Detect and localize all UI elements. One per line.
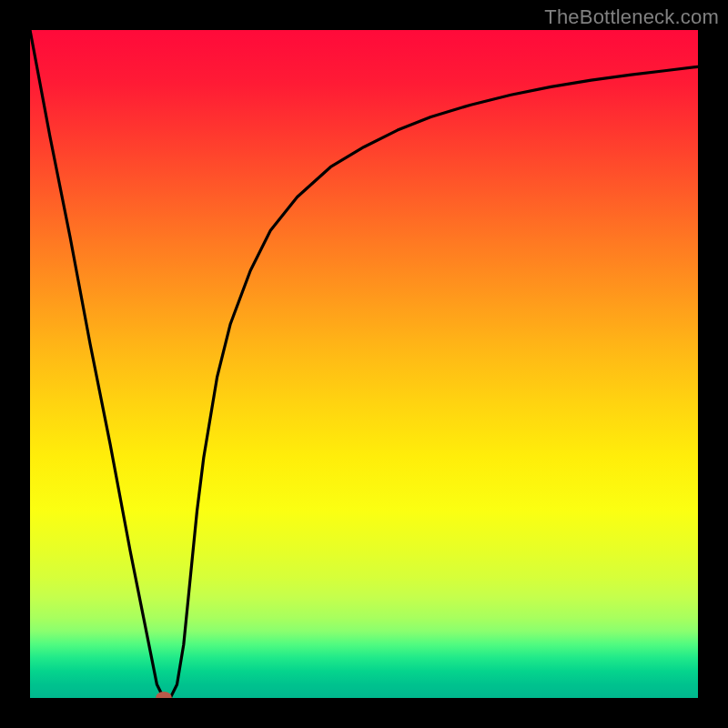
curve-svg (30, 30, 698, 698)
plot-area (30, 30, 698, 698)
watermark-text: TheBottleneck.com (544, 5, 719, 29)
curve-path (30, 30, 698, 698)
trough-marker (156, 692, 172, 698)
chart-frame: TheBottleneck.com (0, 0, 728, 728)
